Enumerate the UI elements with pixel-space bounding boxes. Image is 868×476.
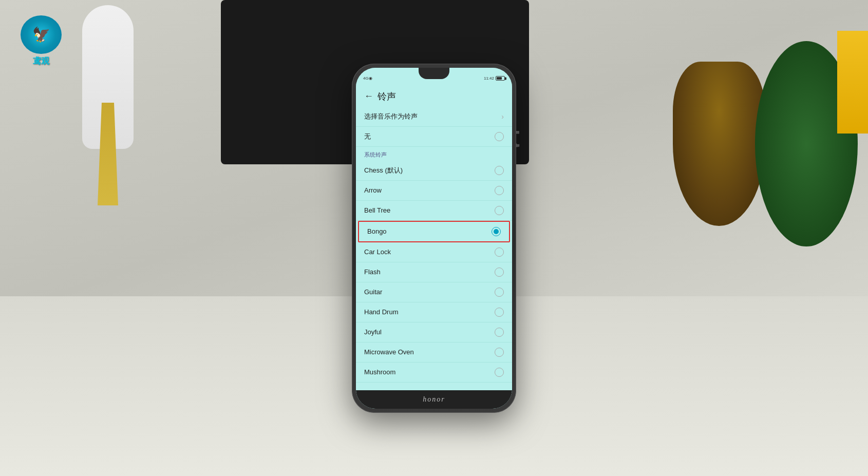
ringtone-microwave-oven-label: Microwave Oven [364,348,414,356]
logo: 🦅 鸢观 [15,15,67,67]
honor-brand-text: honor [423,395,445,404]
battery-tip [505,77,506,80]
ringtone-hand-drum-label: Hand Drum [364,308,398,316]
ringtone-guitar[interactable]: Guitar [356,282,512,302]
ringtone-joyful-label: Joyful [364,328,382,336]
ringtone-chess[interactable]: Chess (默认) [356,161,512,181]
logo-circle: 🦅 [21,15,62,54]
select-music-row[interactable]: 选择音乐作为铃声 › [356,107,512,127]
status-time: 11:42 [484,76,494,81]
scene: court 🦅 鸢观 4G◉ 11:42 [0,0,868,476]
bell-tree-radio[interactable] [495,206,504,215]
ringtone-microwave-oven[interactable]: Microwave Oven [356,342,512,363]
none-label: 无 [364,132,371,141]
hand-drum-radio[interactable] [495,308,504,317]
ringtone-bell-tree-label: Bell Tree [364,206,390,214]
bongo-radio[interactable] [492,227,501,236]
select-music-label: 选择音乐作为铃声 [364,112,418,121]
ringtone-joyful[interactable]: Joyful [356,322,512,342]
status-left: 4G◉ [363,76,372,81]
chevron-right-icon: › [501,112,504,121]
arrow-radio[interactable] [495,186,504,195]
ringtone-bongo[interactable]: Bongo [358,221,510,242]
ringtone-bell-tree[interactable]: Bell Tree [356,201,512,221]
content-area: 选择音乐作为铃声 › 无 系统铃声 Chess (默认) [356,107,512,390]
ringtone-arrow[interactable]: Arrow [356,181,512,201]
battery-icon [496,76,505,81]
chess-radio[interactable] [495,166,504,175]
bongo-radio-fill [494,229,499,234]
flash-radio[interactable] [495,268,504,277]
back-button[interactable]: ← [364,91,373,102]
phone-screen: 4G◉ 11:42 ← 铃声 选择音乐作为铃声 › [356,68,512,409]
joyful-radio[interactable] [495,328,504,337]
status-bar: 4G◉ 11:42 [356,68,512,86]
ringtone-hand-drum[interactable]: Hand Drum [356,302,512,322]
ringtone-mushroom-label: Mushroom [364,368,395,376]
ringtone-chess-label: Chess (默认) [364,166,403,175]
none-radio[interactable] [495,132,504,141]
guitar-radio[interactable] [495,288,504,297]
notch [419,68,449,79]
ringtone-guitar-label: Guitar [364,288,382,296]
pinecone-decoration [673,62,765,226]
status-right: 11:42 [484,76,505,81]
system-ringtones-header: 系统铃声 [356,147,512,161]
app-header: ← 铃声 [356,86,512,107]
logo-text: 鸢观 [33,56,49,67]
honor-brand-bar: honor [356,390,512,409]
yellow-accent [837,31,868,134]
ringtone-arrow-label: Arrow [364,186,382,194]
car-lock-radio[interactable] [495,247,504,257]
page-title: 铃声 [378,90,396,103]
ringtone-car-lock[interactable]: Car Lock [356,242,512,262]
ringtone-bongo-label: Bongo [367,227,387,235]
ringtone-car-lock-label: Car Lock [364,248,391,256]
ringtone-flash-label: Flash [364,268,381,276]
phone-device: 4G◉ 11:42 ← 铃声 选择音乐作为铃声 › [352,64,516,413]
none-row[interactable]: 无 [356,127,512,147]
ringtone-flash[interactable]: Flash [356,262,512,282]
ringtone-mushroom[interactable]: Mushroom [356,363,512,383]
battery-fill [497,77,502,80]
ringtone-list: Chess (默认) Arrow Bell Tree [356,161,512,383]
microwave-oven-radio[interactable] [495,348,504,357]
mushroom-radio[interactable] [495,368,504,377]
